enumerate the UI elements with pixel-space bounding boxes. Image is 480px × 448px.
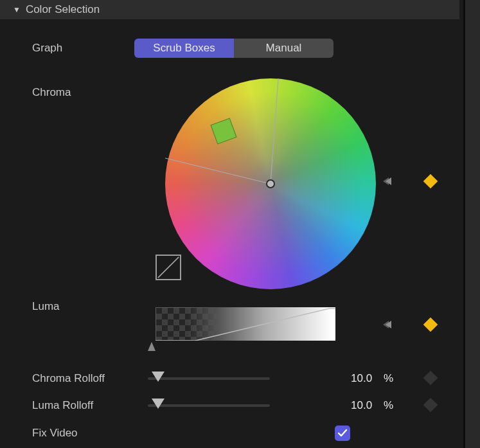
chroma-keyframe-button[interactable]	[423, 174, 438, 189]
chroma-wheel-center[interactable]	[266, 179, 275, 188]
chroma-label: Chroma	[32, 86, 71, 99]
luma-rolloff-unit: %	[384, 399, 393, 412]
chroma-rolloff-row: Chroma Rolloff 10.0 %	[32, 370, 456, 387]
luma-range-handle[interactable]	[148, 342, 156, 351]
graph-mode-manual[interactable]: Manual	[234, 39, 333, 58]
fix-video-label: Fix Video	[32, 427, 78, 440]
chroma-rolloff-label: Chroma Rolloff	[32, 372, 148, 385]
chroma-rolloff-value[interactable]: 10.0	[351, 372, 372, 385]
section-header[interactable]: ▼ Color Selection	[0, 0, 459, 19]
chroma-rolloff-knob[interactable]	[152, 372, 164, 382]
right-edge-divider	[463, 0, 465, 448]
chroma-curve-icon[interactable]	[156, 255, 181, 280]
checkmark-icon	[337, 428, 348, 438]
graph-mode-scrub-boxes[interactable]: Scrub Boxes	[134, 39, 234, 58]
luma-keyframe-button[interactable]	[423, 318, 438, 332]
graph-mode-segmented: Scrub Boxes Manual	[134, 39, 333, 58]
color-selection-panel: ▼ Color Selection Graph Scrub Boxes Manu…	[0, 0, 459, 448]
graph-label: Graph	[32, 42, 62, 55]
luma-rolloff-slider[interactable]	[148, 404, 270, 407]
svg-line-1	[165, 158, 271, 184]
chroma-rolloff-unit: %	[384, 372, 393, 385]
svg-line-0	[271, 78, 278, 184]
luma-gradient[interactable]	[156, 307, 335, 341]
right-edge-bar	[465, 0, 480, 448]
chroma-rolloff-slider[interactable]	[148, 377, 270, 380]
fix-video-checkbox[interactable]	[335, 426, 350, 441]
chroma-wheel[interactable]	[165, 78, 376, 289]
luma-rolloff-label: Luma Rolloff	[32, 399, 148, 412]
luma-label: Luma	[32, 300, 60, 313]
luma-rolloff-row: Luma Rolloff 10.0 %	[32, 397, 456, 414]
luma-curve-line	[156, 307, 335, 341]
section-title: Color Selection	[26, 3, 100, 16]
luma-reset-button[interactable]	[383, 319, 397, 330]
luma-rolloff-value[interactable]: 10.0	[351, 399, 372, 412]
chroma-reset-button[interactable]	[383, 175, 397, 187]
disclosure-triangle-icon[interactable]: ▼	[13, 5, 21, 14]
luma-rolloff-knob[interactable]	[152, 399, 164, 409]
